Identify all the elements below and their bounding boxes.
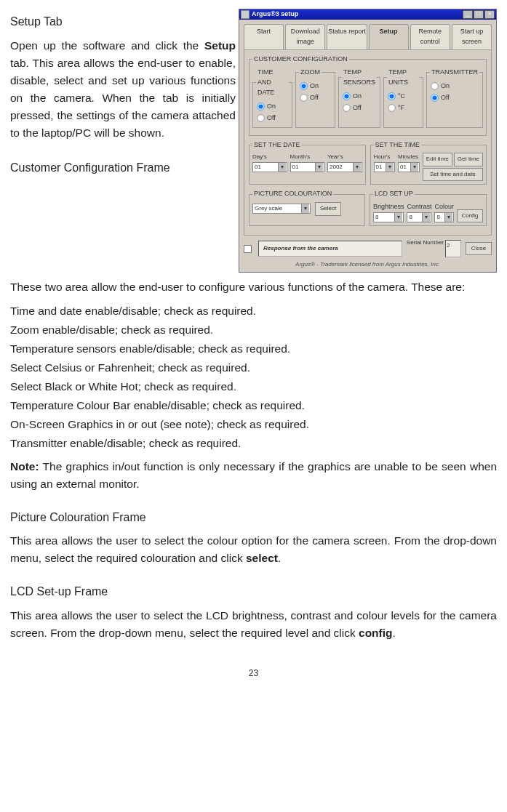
dropdown-contrast[interactable]: 8 — [407, 212, 431, 222]
close-window-button[interactable]: × — [484, 10, 495, 19]
opt-colour-bar: Temperature Colour Bar enable/disable; c… — [10, 397, 497, 414]
radio-zoom-on[interactable]: On — [299, 81, 332, 92]
radio-tx-on[interactable]: On — [430, 81, 479, 92]
opt-zoom: Zoom enable/disable; check as required. — [10, 321, 497, 339]
dropdown-colour[interactable]: 8 — [434, 212, 454, 222]
tab-bar: Start Download image Status report Setup… — [239, 20, 496, 49]
legend-time-date: TIME AND DATE — [256, 68, 289, 98]
options-list: Time and date enable/disable; check as r… — [10, 302, 497, 452]
legend-zoom: ZOOM — [299, 68, 322, 78]
label-days: Day's — [252, 153, 267, 160]
label-months: Month's — [290, 153, 311, 160]
serial-label: Serial Number — [407, 240, 444, 257]
para-setup-post: tab. This area allows the end-user to en… — [10, 57, 236, 139]
heading-setup-tab: Setup Tab — [10, 13, 236, 31]
radio-celsius[interactable]: °C — [387, 91, 420, 102]
app-icon — [241, 10, 249, 19]
config-button[interactable]: Config — [457, 209, 483, 222]
tab-remote[interactable]: Remote control — [410, 24, 450, 49]
heading-customer-config: Customer Configuration Frame — [10, 159, 236, 177]
close-button[interactable]: Close — [466, 242, 492, 255]
edit-time-button[interactable]: Edit time — [423, 153, 452, 166]
tab-status[interactable]: Status report — [327, 24, 367, 49]
radio-time-on[interactable]: On — [256, 101, 289, 113]
para-picture-colouration: This area allows the user to select the … — [10, 532, 497, 567]
fieldset-temp-sensors: TEMP SENSORS On Off — [338, 68, 380, 128]
label-colour: Colour — [434, 203, 454, 210]
config-bold: config — [359, 627, 393, 639]
legend-set-time: SET THE TIME — [374, 140, 422, 150]
heading-lcd-setup: LCD Set-up Frame — [10, 583, 497, 601]
fieldset-set-time: SET THE TIME Hour's 01 Minutes 01 Edit — [370, 140, 487, 185]
minimize-button[interactable]: _ — [463, 10, 473, 19]
para-lcd-setup: This area allows the user to select the … — [10, 607, 497, 642]
para-setup: Open up the software and click the Setup… — [10, 37, 236, 142]
radio-temp-on[interactable]: On — [342, 91, 377, 102]
dropdown-months[interactable]: 01 — [290, 162, 325, 172]
dropdown-years[interactable]: 2002 — [327, 162, 362, 172]
fieldset-customer-config: CUSTOMER CONFIGURATION TIME AND DATE On … — [249, 55, 487, 136]
opt-temp-sensors: Temperature sensors enable/disable; chec… — [10, 340, 497, 358]
serial-number-box: 2 — [445, 240, 461, 257]
opt-celsius-fahrenheit: Select Celsius or Fahrenheit; check as r… — [10, 359, 497, 377]
response-checkbox[interactable] — [244, 245, 252, 253]
radio-tx-off[interactable]: Off — [430, 92, 479, 104]
setup-bold: Setup — [204, 39, 236, 52]
app-window: Argus®3 setup _ □ × Start Download image… — [239, 9, 497, 273]
set-time-date-button[interactable]: Set time and date — [423, 168, 483, 181]
setup-panel: CUSTOMER CONFIGURATION TIME AND DATE On … — [244, 49, 492, 236]
dropdown-minutes[interactable]: 01 — [398, 162, 420, 172]
get-time-button[interactable]: Get time — [454, 153, 483, 166]
fieldset-picture-colouration: PICTURE COLOURATION Grey scale Select — [249, 189, 365, 226]
fieldset-zoom: ZOOM On Off — [295, 68, 335, 128]
opt-time-date: Time and date enable/disable; check as r… — [10, 302, 497, 320]
para-lcd-post: . — [393, 627, 396, 639]
dropdown-colouration[interactable]: Grey scale — [252, 204, 311, 214]
heading-picture-colouration: Picture Colouration Frame — [10, 509, 497, 527]
legend-customer: CUSTOMER CONFIGURATION — [252, 55, 349, 65]
app-screenshot: Argus®3 setup _ □ × Start Download image… — [239, 9, 497, 273]
tab-download[interactable]: Download image — [285, 24, 325, 49]
legend-lcd: LCD SET UP — [373, 189, 415, 199]
fieldset-time-date: TIME AND DATE On Off — [252, 68, 292, 128]
fieldset-temp-units: TEMP UNITS °C °F — [383, 68, 423, 128]
opt-osg: On-Screen Graphics in or out (see note);… — [10, 416, 497, 433]
radio-fahrenheit[interactable]: °F — [387, 102, 420, 114]
note-text: The graphics in/out function is only nec… — [10, 460, 497, 490]
dropdown-hours[interactable]: 01 — [374, 162, 396, 172]
dropdown-days[interactable]: 01 — [252, 162, 287, 172]
radio-time-off[interactable]: Off — [256, 113, 289, 124]
label-years: Year's — [327, 153, 343, 160]
legend-set-date: SET THE DATE — [252, 140, 302, 150]
fieldset-transmitter: TRANSMITTER On Off — [426, 68, 483, 128]
para-customer-intro: These two area allow the end-user to con… — [10, 278, 497, 296]
titlebar: Argus®3 setup _ □ × — [239, 9, 496, 20]
legend-temp-units: TEMP UNITS — [387, 68, 420, 88]
opt-transmitter: Transmitter enable/disable; check as req… — [10, 435, 497, 452]
label-brightness: Brightness — [373, 203, 404, 210]
note-label: Note: — [10, 460, 39, 473]
opt-black-white: Select Black or White Hot; check as requ… — [10, 378, 497, 395]
para-pic-post: . — [278, 552, 281, 564]
label-hours: Hour's — [374, 153, 391, 160]
maximize-button[interactable]: □ — [474, 10, 484, 19]
tab-startup[interactable]: Start up screen — [452, 24, 492, 49]
para-setup-pre: Open up the software and click the — [10, 39, 204, 52]
page-number: 23 — [10, 667, 497, 680]
tab-setup[interactable]: Setup — [369, 24, 409, 49]
select-bold: select — [246, 552, 278, 564]
fieldset-set-date: SET THE DATE Day's 01 Month's 01 Year's … — [249, 140, 366, 185]
trademark-text: Argus® - Trademark licensed from Argus I… — [239, 259, 496, 272]
radio-zoom-off[interactable]: Off — [299, 92, 332, 104]
dropdown-brightness[interactable]: 8 — [373, 212, 404, 222]
label-minutes: Minutes — [398, 153, 418, 160]
note-paragraph: Note: The graphics in/out function is on… — [10, 458, 497, 493]
para-lcd-pre: This area allows the user to select the … — [10, 609, 497, 639]
tab-start[interactable]: Start — [244, 24, 284, 49]
legend-temp-sensors: TEMP SENSORS — [342, 68, 377, 88]
legend-piccol: PICTURE COLOURATION — [252, 189, 333, 199]
response-box: Response from the camera — [258, 241, 402, 257]
radio-temp-off[interactable]: Off — [342, 102, 377, 114]
select-button[interactable]: Select — [315, 202, 341, 215]
window-title: Argus®3 setup — [252, 9, 463, 20]
